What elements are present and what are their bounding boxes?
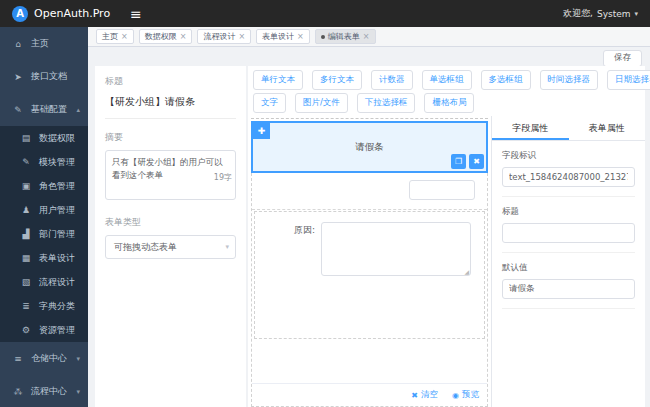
user-icon: ♟	[20, 205, 32, 215]
field-default-label: 默认值	[502, 262, 635, 274]
widget-drop-area: 原因: ◢ ✖ 清空	[251, 173, 488, 407]
user-menu[interactable]: 欢迎您, System ▾	[563, 7, 638, 20]
sidebar-item-label: 基础配置	[31, 103, 67, 116]
tab-form-design[interactable]: 表单设计×	[256, 29, 310, 44]
menu-icon: ≡	[12, 354, 24, 364]
sidebar-item-data-permission[interactable]: ▤数据权限	[0, 126, 88, 150]
close-icon[interactable]: ×	[180, 32, 187, 41]
field-title-input[interactable]	[502, 223, 635, 243]
chevron-down-icon: ▾	[76, 355, 80, 363]
close-icon[interactable]: ×	[238, 32, 245, 41]
chevron-down-icon: ▾	[634, 10, 638, 18]
preview-label: 预览	[462, 389, 479, 401]
save-button[interactable]: 保存	[603, 50, 642, 67]
tab-form-props[interactable]: 表单属性	[569, 116, 646, 140]
palette-date-picker-button[interactable]: 日期选择器	[607, 70, 650, 90]
sitemap-icon: ⁂	[12, 387, 24, 397]
palette-row-1: 单行文本多行文本计数器单选框组多选框组时间选择器日期选择器	[251, 70, 642, 90]
widget-row-input	[252, 173, 487, 210]
selected-widget-text[interactable]: ✚ 请假条 ❐ ✖	[251, 121, 488, 173]
sidebar-item-flow-design[interactable]: ▧流程设计	[0, 270, 88, 294]
tab-label: 流程设计	[203, 31, 235, 42]
widget-text-input[interactable]	[409, 180, 475, 200]
palette-checkbox-group-button[interactable]: 多选框组	[481, 70, 531, 90]
tab-flow-design[interactable]: 流程设计×	[197, 29, 251, 44]
home-icon: ⌂	[12, 39, 24, 49]
sidebar-item-module-management[interactable]: ✎模块管理	[0, 150, 88, 174]
form-type-label: 表单类型	[105, 216, 236, 229]
sidebar-item-warehouse-center[interactable]: ≡仓储中心▾	[0, 342, 88, 375]
palette-multi-line-text-button[interactable]: 多行文本	[312, 70, 362, 90]
palette-select-button[interactable]: 下拉选择框	[357, 93, 416, 113]
form-title-input[interactable]: 【研发小组】请假条	[105, 88, 236, 119]
palette-single-line-text-button[interactable]: 单行文本	[253, 70, 303, 90]
edit-icon: ✎	[20, 157, 32, 167]
sidebar-item-api-docs[interactable]: ➤接口文档	[0, 60, 88, 93]
palette-radio-group-button[interactable]: 单选框组	[422, 70, 472, 90]
trash-icon: ✖	[411, 391, 418, 400]
properties-panel: 字段属性 表单属性 字段标识 标题	[492, 116, 645, 407]
sidebar-item-flow-center[interactable]: ⁂流程中心▾	[0, 375, 88, 407]
sidebar-item-label: 接口文档	[31, 70, 67, 83]
sidebar-item-user-management[interactable]: ♟用户管理	[0, 198, 88, 222]
tab-label: 表单设计	[262, 31, 294, 42]
clear-button[interactable]: ✖ 清空	[411, 389, 438, 401]
hamburger-icon[interactable]: ≡	[130, 7, 142, 21]
sidebar-item-home[interactable]: ⌂主页	[0, 27, 88, 60]
component-palette: 单行文本多行文本计数器单选框组多选框组时间选择器日期选择器 文字图片/文件下拉选…	[248, 66, 645, 116]
copy-icon[interactable]: ❐	[451, 154, 466, 169]
sidebar-item-label: 主页	[31, 37, 49, 50]
drag-handle-icon[interactable]: ✚	[253, 123, 270, 139]
close-icon[interactable]: ×	[363, 32, 370, 41]
grid-layout-widget[interactable]: 原因: ◢	[254, 211, 485, 339]
sidebar-item-label: 表单设计	[39, 252, 75, 265]
resize-grip-icon: ◢	[464, 268, 469, 275]
chevron-down-icon: ▾	[225, 243, 229, 251]
brand-title: OpenAuth.Pro	[34, 7, 110, 20]
sidebar-item-form-design[interactable]: ▦表单设计	[0, 246, 88, 270]
delete-icon[interactable]: ✖	[469, 154, 484, 169]
field-default-input[interactable]	[502, 279, 635, 299]
designer-lower: ✚ 请假条 ❐ ✖	[248, 116, 645, 407]
form-type-select[interactable]: 可拖拽动态表单 ▾	[105, 235, 236, 259]
sidebar-item-role-management[interactable]: ▣角色管理	[0, 174, 88, 198]
sidebar-item-label: 仓储中心	[31, 352, 67, 365]
tab-label: 编辑表单	[328, 31, 360, 42]
eye-icon: ◉	[452, 391, 459, 400]
field-id-label: 字段标识	[502, 150, 635, 162]
field-title-group: 标题	[502, 206, 635, 253]
tab-edit-form[interactable]: 编辑表单×	[315, 29, 376, 44]
preview-button[interactable]: ◉ 预览	[452, 389, 479, 401]
field-default-group: 默认值	[502, 262, 635, 309]
field-id-input[interactable]	[502, 167, 635, 187]
sidebar-item-label: 流程设计	[39, 276, 75, 289]
app-logo[interactable]: A OpenAuth.Pro	[12, 6, 110, 22]
flow-icon: ▧	[20, 277, 32, 287]
form-summary-textarea[interactable]: 只有【研发小组】的用户可以看到这个表单 19字	[105, 150, 236, 200]
palette-text-button[interactable]: 文字	[253, 93, 286, 113]
reason-label: 原因:	[263, 222, 321, 276]
tab-field-props[interactable]: 字段属性	[492, 116, 569, 140]
close-icon[interactable]: ×	[297, 32, 304, 41]
chevron-down-icon: ▾	[76, 388, 80, 396]
close-icon[interactable]: ×	[121, 32, 128, 41]
reason-textarea[interactable]: ◢	[321, 222, 471, 276]
sidebar-item-base-config[interactable]: ✎基础配置▴	[0, 93, 88, 126]
sidebar-item-label: 部门管理	[39, 228, 75, 241]
palette-time-picker-button[interactable]: 时间选择器	[540, 70, 599, 90]
tab-data-permission[interactable]: 数据权限×	[139, 29, 193, 44]
tab-home[interactable]: 主页×	[96, 29, 134, 44]
palette-counter-button[interactable]: 计数器	[371, 70, 413, 90]
field-id-group: 字段标识	[502, 150, 635, 197]
palette-image-file-button[interactable]: 图片/文件	[295, 93, 348, 113]
sidebar-item-resource-management[interactable]: ⚙资源管理	[0, 318, 88, 342]
welcome-text: 欢迎您,	[563, 7, 593, 20]
bar-chart-icon: ▟	[20, 229, 32, 239]
list-icon: ▤	[20, 133, 32, 143]
sidebar-item-department-management[interactable]: ▟部门管理	[0, 222, 88, 246]
canvas-drop-zone: ✚ 请假条 ❐ ✖	[251, 118, 488, 407]
properties-body: 字段标识 标题 默认值	[492, 141, 645, 327]
form-summary-label: 摘要	[105, 131, 236, 144]
palette-grid-layout-button[interactable]: 栅格布局	[424, 93, 474, 113]
sidebar-item-dict-category[interactable]: ≣字典分类	[0, 294, 88, 318]
